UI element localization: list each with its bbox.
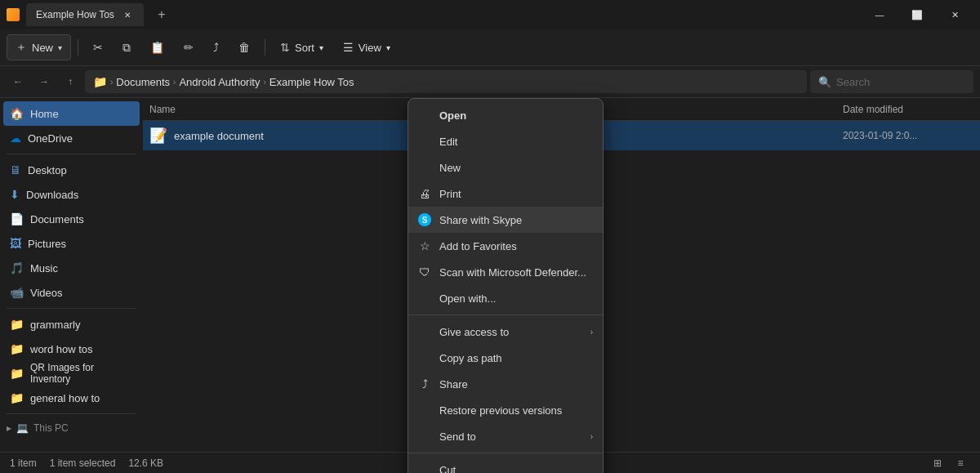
cm-edit[interactable]: Edit xyxy=(408,128,603,154)
minimize-button[interactable]: — xyxy=(861,0,898,29)
sidebar-music-label: Music xyxy=(30,262,58,274)
tab-title: Example How Tos xyxy=(36,9,114,20)
new-dropdown-icon: ▾ xyxy=(58,43,62,52)
sidebar-item-onedrive[interactable]: ☁ OneDrive xyxy=(3,126,140,150)
forward-button[interactable]: → xyxy=(33,70,56,93)
view-icon-tb: ☰ xyxy=(343,41,354,54)
address-bar: ← → ↑ 📁 › Documents › Android Authority … xyxy=(0,65,980,98)
new-icon: ＋ xyxy=(16,40,27,55)
new-button[interactable]: ＋ New ▾ xyxy=(7,34,71,60)
desktop-icon: 🖥 xyxy=(10,163,21,176)
paste-icon: 📋 xyxy=(150,41,164,54)
maximize-button[interactable]: ⬜ xyxy=(898,0,936,29)
sort-dropdown-icon: ▾ xyxy=(319,43,323,52)
cut-toolbar-button[interactable]: ✂ xyxy=(85,34,111,60)
sidebar-downloads-label: Downloads xyxy=(26,189,78,201)
delete-icon: 🗑 xyxy=(238,41,250,54)
close-button[interactable]: ✕ xyxy=(936,0,973,29)
view-controls: ⊞ ≡ xyxy=(928,453,970,473)
add-tab-button[interactable]: + xyxy=(150,3,173,26)
cm-restore-prev[interactable]: Restore previous versions xyxy=(408,397,603,423)
folder-icon-grammarly: 📁 xyxy=(10,318,24,331)
downloads-icon: ⬇ xyxy=(10,188,20,201)
cm-open[interactable]: Open xyxy=(408,102,603,128)
selected-count: 1 item selected xyxy=(50,457,116,469)
sidebar-general-label: general how to xyxy=(30,392,100,404)
app-icon xyxy=(7,8,20,21)
sort-icon: ⇅ xyxy=(280,41,290,54)
sidebar-grammarly-label: grammarly xyxy=(30,319,80,331)
sidebar-divider-2 xyxy=(7,308,136,309)
breadcrumb-android-authority[interactable]: Android Authority xyxy=(179,76,260,88)
view-button[interactable]: ☰ View ▾ xyxy=(335,34,399,60)
col-date[interactable]: Date modified xyxy=(843,104,973,115)
sidebar-divider-1 xyxy=(7,154,136,154)
home-icon: 🏠 xyxy=(10,107,24,120)
tab-close-button[interactable]: ✕ xyxy=(121,8,134,21)
skype-icon: S xyxy=(418,213,431,226)
breadcrumb: 📁 › Documents › Android Authority › Exam… xyxy=(85,70,807,93)
sort-button[interactable]: ⇅ Sort ▾ xyxy=(272,34,332,60)
tab-example-how-tos[interactable]: Example How Tos ✕ xyxy=(26,3,144,26)
cm-print[interactable]: 🖨 Print xyxy=(408,181,603,207)
cm-open-with[interactable]: Open with... xyxy=(408,285,603,311)
delete-toolbar-button[interactable]: 🗑 xyxy=(230,34,258,60)
separator-1 xyxy=(78,39,78,56)
cm-give-access[interactable]: Give access to › xyxy=(408,319,603,345)
cm-new[interactable]: New xyxy=(408,154,603,181)
breadcrumb-documents[interactable]: Documents xyxy=(116,76,170,88)
back-button[interactable]: ← xyxy=(7,70,29,93)
separator-2 xyxy=(265,39,265,56)
sidebar-item-general-how-to[interactable]: 📁 general how to xyxy=(3,386,140,410)
defender-icon: 🛡 xyxy=(418,266,431,279)
cm-add-favorites[interactable]: ☆ Add to Favorites xyxy=(408,233,603,259)
expand-icon: ▸ xyxy=(7,422,11,434)
rename-toolbar-button[interactable]: ✏ xyxy=(176,34,202,60)
cm-share-skype[interactable]: S Share with Skype xyxy=(408,207,603,233)
sidebar-word-label: word how tos xyxy=(30,343,93,355)
sidebar-videos-label: Videos xyxy=(30,287,63,299)
sidebar-onedrive-label: OneDrive xyxy=(28,132,73,145)
documents-icon: 📄 xyxy=(10,212,24,225)
sidebar-item-documents[interactable]: 📄 Documents 📌 xyxy=(3,207,140,231)
folder-icon-word: 📁 xyxy=(10,342,24,355)
details-view-button[interactable]: ⊞ xyxy=(928,453,947,473)
sidebar-home-label: Home xyxy=(30,108,59,120)
sidebar-item-videos[interactable]: 📹 Videos 📌 xyxy=(3,280,140,305)
list-view-button[interactable]: ≡ xyxy=(951,453,970,473)
onedrive-icon: ☁ xyxy=(10,132,21,145)
cm-cut[interactable]: Cut xyxy=(408,457,603,473)
sidebar-item-desktop[interactable]: 🖥 Desktop 📌 xyxy=(3,158,140,182)
sidebar-item-music[interactable]: 🎵 Music 📌 xyxy=(3,256,140,280)
file-date: 2023-01-09 2:0... xyxy=(843,130,973,141)
print-icon: 🖨 xyxy=(418,187,431,200)
share-toolbar-button[interactable]: ⤴ xyxy=(205,34,227,60)
copy-icon: ⧉ xyxy=(122,41,131,55)
search-box[interactable]: 🔍 Search xyxy=(810,70,973,93)
up-button[interactable]: ↑ xyxy=(59,70,82,93)
videos-icon: 📹 xyxy=(10,286,24,299)
cm-copy-as-path[interactable]: Copy as path xyxy=(408,345,603,371)
sidebar-item-qr-images[interactable]: 📁 QR Images for Inventory xyxy=(3,361,140,386)
cm-scan-defender[interactable]: 🛡 Scan with Microsoft Defender... xyxy=(408,259,603,285)
sidebar-group-thispc[interactable]: ▸ 💻 This PC xyxy=(0,417,143,439)
sidebar-item-downloads[interactable]: ⬇ Downloads 📌 xyxy=(3,182,140,207)
sidebar-divider-3 xyxy=(7,413,136,414)
paste-toolbar-button[interactable]: 📋 xyxy=(142,34,172,60)
sidebar-item-pictures[interactable]: 🖼 Pictures 📌 xyxy=(3,231,140,256)
cm-send-to[interactable]: Send to › xyxy=(408,423,603,449)
window-controls: — ⬜ ✕ xyxy=(861,0,973,29)
sidebar-item-word-how-tos[interactable]: 📁 word how tos xyxy=(3,337,140,361)
sidebar-item-grammarly[interactable]: 📁 grammarly xyxy=(3,312,140,337)
copy-toolbar-button[interactable]: ⧉ xyxy=(114,34,139,60)
cm-sep-2 xyxy=(408,453,603,453)
sidebar-documents-label: Documents xyxy=(30,213,84,225)
breadcrumb-example-how-tos[interactable]: Example How Tos xyxy=(270,76,354,88)
thispc-icon: 💻 xyxy=(16,422,29,434)
share-icon: ⤴ xyxy=(213,41,219,54)
cm-share[interactable]: ⤴ Share xyxy=(408,371,603,397)
sidebar-item-home[interactable]: 🏠 Home xyxy=(3,101,140,126)
context-menu: Open Edit New 🖨 Print S Share with Skype… xyxy=(408,98,604,473)
folder-icon-general: 📁 xyxy=(10,391,24,404)
title-bar: Example How Tos ✕ + — ⬜ ✕ xyxy=(0,0,980,29)
